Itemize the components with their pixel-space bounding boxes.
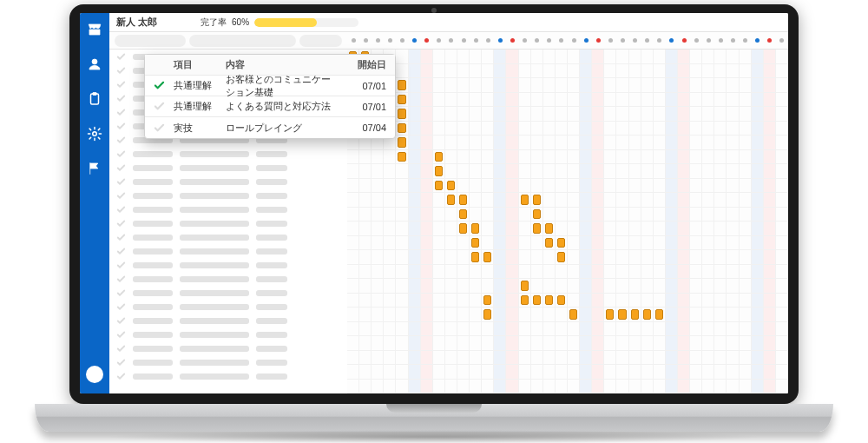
gantt-cell[interactable] [396, 122, 408, 136]
gantt-cell[interactable] [372, 336, 384, 351]
gantt-cell[interactable] [384, 193, 396, 208]
task-list-row[interactable] [109, 355, 347, 369]
date-marker[interactable] [621, 38, 625, 43]
gantt-cell[interactable] [409, 179, 421, 194]
gantt-cell[interactable] [629, 164, 641, 179]
gantt-bar[interactable] [447, 181, 455, 191]
gantt-cell[interactable] [494, 222, 506, 236]
gantt-cell[interactable] [494, 380, 506, 394]
gantt-cell[interactable] [445, 265, 457, 280]
gantt-cell[interactable] [494, 208, 506, 222]
gantt-cell[interactable] [396, 322, 408, 337]
gantt-cell[interactable] [604, 93, 616, 108]
gantt-cell[interactable] [433, 64, 445, 79]
gantt-cell[interactable] [372, 322, 384, 337]
gantt-cell[interactable] [347, 322, 359, 337]
gantt-cell[interactable] [445, 307, 457, 322]
gantt-cell[interactable] [421, 64, 433, 79]
gantt-cell[interactable] [506, 380, 518, 394]
gantt-cell[interactable] [666, 78, 678, 93]
gantt-cell[interactable] [568, 50, 580, 64]
gantt-cell[interactable] [641, 179, 654, 194]
gantt-cell[interactable] [616, 294, 628, 308]
gantt-cell[interactable] [396, 179, 408, 194]
gantt-cell[interactable] [457, 50, 470, 64]
gantt-cell[interactable] [396, 380, 408, 394]
date-marker[interactable] [364, 38, 368, 43]
gantt-cell[interactable] [776, 336, 788, 351]
gantt-cell[interactable] [359, 380, 372, 394]
gantt-cell[interactable] [764, 380, 776, 394]
gantt-cell[interactable] [629, 50, 641, 64]
gantt-cell[interactable] [580, 208, 592, 222]
gantt-cell[interactable] [372, 265, 384, 280]
gantt-cell[interactable] [506, 193, 518, 208]
gantt-cell[interactable] [531, 122, 543, 136]
gantt-cell[interactable] [359, 193, 372, 208]
gantt-cell[interactable] [519, 78, 531, 93]
date-marker[interactable] [682, 38, 687, 43]
gantt-cell[interactable] [740, 78, 752, 93]
gantt-cell[interactable] [641, 265, 654, 280]
gantt-cell[interactable] [347, 179, 359, 194]
gantt-cell[interactable] [666, 222, 678, 236]
gantt-cell[interactable] [678, 64, 690, 79]
gantt-cell[interactable] [604, 64, 616, 79]
gantt-cell[interactable] [372, 307, 384, 322]
gantt-cell[interactable] [384, 322, 396, 337]
gantt-cell[interactable] [506, 307, 518, 322]
gantt-cell[interactable] [592, 50, 604, 64]
gantt-cell[interactable] [556, 50, 568, 64]
gantt-cell[interactable] [494, 93, 506, 108]
gantt-cell[interactable] [604, 193, 616, 208]
gantt-cell[interactable] [347, 236, 359, 251]
gantt-cell[interactable] [421, 208, 433, 222]
gantt-cell[interactable] [678, 279, 690, 294]
gantt-cell[interactable] [641, 250, 654, 265]
gantt-cell[interactable] [776, 93, 788, 108]
gantt-cell[interactable] [396, 307, 408, 322]
gantt-cell[interactable] [690, 136, 702, 150]
gantt-bar[interactable] [521, 281, 529, 291]
gantt-cell[interactable] [666, 164, 678, 179]
gantt-cell[interactable] [629, 336, 641, 351]
gantt-cell[interactable] [482, 64, 494, 79]
gantt-cell[interactable] [457, 307, 470, 322]
gantt-cell[interactable] [727, 351, 739, 366]
gantt-cell[interactable] [764, 222, 776, 236]
gantt-cell[interactable] [531, 93, 543, 108]
gantt-cell[interactable] [543, 136, 556, 150]
gantt-cell[interactable] [519, 222, 531, 236]
gantt-cell[interactable] [457, 64, 470, 79]
gantt-cell[interactable] [359, 351, 372, 366]
gantt-cell[interactable] [568, 93, 580, 108]
gantt-cell[interactable] [740, 294, 752, 308]
gantt-cell[interactable] [714, 307, 727, 322]
gantt-cell[interactable] [690, 236, 702, 251]
gantt-cell[interactable] [702, 78, 714, 93]
gantt-cell[interactable] [641, 380, 654, 394]
gantt-bar[interactable] [545, 238, 553, 248]
gantt-cell[interactable] [556, 93, 568, 108]
gantt-cell[interactable] [543, 307, 556, 322]
date-marker[interactable] [755, 38, 760, 43]
gantt-cell[interactable] [384, 279, 396, 294]
gantt-cell[interactable] [714, 193, 727, 208]
gantt-cell[interactable] [580, 380, 592, 394]
gantt-cell[interactable] [543, 336, 556, 351]
gantt-cell[interactable] [421, 93, 433, 108]
gantt-cell[interactable] [616, 265, 628, 280]
gantt-cell[interactable] [409, 265, 421, 280]
gantt-cell[interactable] [543, 78, 556, 93]
gantt-cell[interactable] [470, 208, 482, 222]
gantt-cell[interactable] [347, 351, 359, 366]
date-marker[interactable] [462, 38, 466, 43]
gantt-cell[interactable] [641, 107, 654, 122]
gantt-cell[interactable] [421, 164, 433, 179]
gantt-cell[interactable] [641, 322, 654, 337]
gantt-cell[interactable] [543, 208, 556, 222]
gantt-cell[interactable] [641, 336, 654, 351]
gantt-cell[interactable] [727, 93, 739, 108]
task-list-row[interactable] [109, 314, 347, 327]
gantt-cell[interactable] [445, 208, 457, 222]
